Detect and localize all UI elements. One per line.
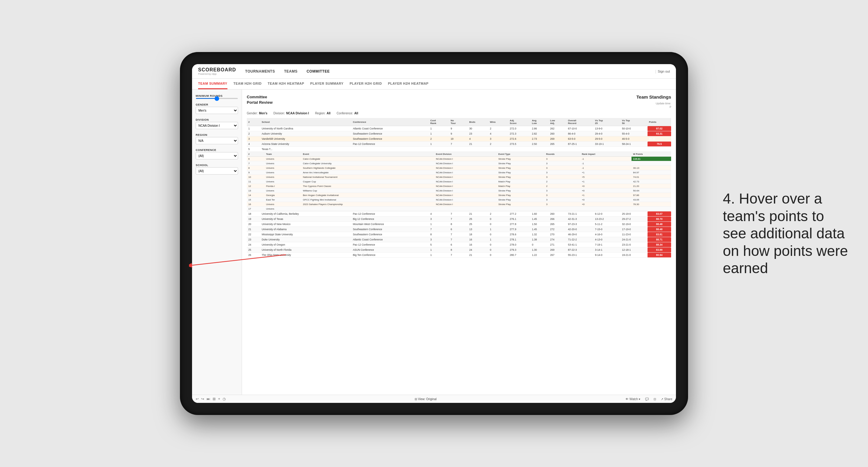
tab-player-h2h-grid[interactable]: PLAYER H2H GRID xyxy=(350,79,382,89)
min-rounds-slider[interactable] xyxy=(196,98,238,99)
tab-team-summary[interactable]: TEAM SUMMARY xyxy=(198,79,227,89)
table-row: 24 University of Oregon Pac-12 Conferenc… xyxy=(247,242,671,247)
table-row: 4 Arizona State University Pac-12 Confer… xyxy=(247,142,671,147)
sign-out-button[interactable]: Sign out xyxy=(658,69,670,73)
school-cell: Vanderbilt University xyxy=(260,136,351,142)
committee-title: CommitteePortal Review xyxy=(247,94,273,105)
tab-player-summary[interactable]: PLAYER SUMMARY xyxy=(310,79,344,89)
school-cell: University of North Carolina xyxy=(260,126,351,131)
points-cell[interactable]: 93.31 xyxy=(648,131,671,136)
division-filter-value: NCAA Division I xyxy=(286,112,309,115)
vs-top25-cell: 29-5-0 xyxy=(593,136,620,142)
nav-tournaments[interactable]: TOURNAMENTS xyxy=(245,68,275,75)
table-row: 23 Duke University Atlantic Coast Confer… xyxy=(247,237,671,242)
col-wins: Wins xyxy=(489,118,508,126)
undo-icon[interactable]: ↩ xyxy=(196,397,199,401)
expanded-events-table: # Team Event Event Division Event Type R… xyxy=(247,152,671,211)
tab-player-h2h-heatmap[interactable]: PLAYER H2H HEATMAP xyxy=(388,79,429,89)
tab-team-h2h-heatmap[interactable]: TEAM H2H HEATMAP xyxy=(268,79,304,89)
expand-icon: ⊡ xyxy=(654,398,656,401)
col-vs-top25: Vs Top25 xyxy=(593,118,620,126)
division-select[interactable]: NCAA Division I xyxy=(196,122,238,129)
table-header: # School Conference ConfRank NoTour Bnds… xyxy=(247,118,671,126)
col-no-tour: NoTour xyxy=(449,118,468,126)
overall-cell: 63-5-0 xyxy=(566,136,593,142)
school-cell: Arizona State University xyxy=(260,142,351,147)
col-vs-top50: Vs Top50 xyxy=(620,118,647,126)
points-cell[interactable]: 90.32 xyxy=(648,136,671,142)
inner-table-row: 17 Univers xyxy=(247,207,671,211)
vs-top50-cell: 55-4-0 xyxy=(620,131,647,136)
comment-icon: 💬 xyxy=(645,398,649,401)
inner-col-num: # xyxy=(247,152,265,157)
watch-button[interactable]: 👁 Watch ▾ xyxy=(625,398,640,401)
inner-col-event: Event xyxy=(301,152,434,157)
division-label: Division xyxy=(196,118,238,121)
region-label: Region xyxy=(196,133,238,136)
tablet-screen: SCOREBOARD Powered by clipp TOURNAMENTS … xyxy=(192,64,676,403)
tablet-device: SCOREBOARD Powered by clipp TOURNAMENTS … xyxy=(180,52,688,415)
rank-cell: 5 xyxy=(247,147,260,152)
inner-table-row: 10 Univers National Invitational Tournam… xyxy=(247,175,671,179)
inner-col-division: Event Division xyxy=(434,152,497,157)
table-row: 2 Auburn University Southeastern Confere… xyxy=(247,131,671,136)
conf-rank-cell: 1 xyxy=(429,131,449,136)
top-navigation: SCOREBOARD Powered by clipp TOURNAMENTS … xyxy=(192,64,676,79)
toolbar-left: ↩ ↪ ⏭ ⊞ + ◷ xyxy=(196,397,226,401)
conference-select[interactable]: (All) xyxy=(196,152,238,159)
tab-team-h2h-grid[interactable]: TEAM H2H GRID xyxy=(234,79,261,89)
conference-cell: Southeastern Conference xyxy=(351,136,429,142)
school-select[interactable]: (All) xyxy=(196,167,238,175)
redo-icon[interactable]: ↪ xyxy=(201,397,204,401)
no-tour-cell: 19 xyxy=(449,136,468,142)
expand-button[interactable]: ⊡ xyxy=(654,398,656,401)
wins-cell: 2 xyxy=(489,142,508,147)
bnds-cell: 21 xyxy=(468,142,489,147)
standings-table: # School Conference ConfRank NoTour Bnds… xyxy=(247,118,671,258)
col-low-adj: LowAdj. xyxy=(549,118,566,126)
points-cell[interactable]: 97.02 xyxy=(648,126,671,131)
inner-table-row: 7 Univers Calor-Collegiate University NC… xyxy=(247,161,671,166)
region-filter-value: All xyxy=(327,112,331,115)
timer-icon[interactable]: ◷ xyxy=(223,397,226,401)
main-content: Minimum Rounds Gender Men's Division NCA… xyxy=(192,90,676,395)
table-row: 3 Vanderbilt University Southeastern Con… xyxy=(247,136,671,142)
col-bnds: Bnds xyxy=(468,118,489,126)
view-original-button[interactable]: ⊟ View: Original xyxy=(415,398,437,401)
inner-table-row: 13 Univers Williams Cup NCAA Division I … xyxy=(247,188,671,193)
share-button[interactable]: ↗ Share xyxy=(661,398,672,401)
filter-bar: Gender: Men's Division: NCAA Division I … xyxy=(247,112,671,115)
nav-committee[interactable]: COMMITTEE xyxy=(307,68,330,75)
conference-cell: Pac-12 Conference xyxy=(351,142,429,147)
points-cell[interactable]: 79.5 xyxy=(648,142,671,147)
conference-cell: Southeastern Conference xyxy=(351,131,429,136)
standings-title: Team Standings xyxy=(636,94,671,99)
col-adj-score: Adj.Score xyxy=(508,118,530,126)
col-conference: Conference xyxy=(351,118,429,126)
add-icon[interactable]: + xyxy=(218,397,220,401)
table-row: 5 Texas T... xyxy=(247,147,671,152)
gender-label: Gender xyxy=(196,103,238,106)
annotation-container: 4. Hover over a team's points to see add… xyxy=(723,190,850,277)
overall-cell: 87-25-1 xyxy=(566,142,593,147)
region-select[interactable]: N/A xyxy=(196,137,238,144)
gender-filter-value: Men's xyxy=(259,112,267,115)
col-overall: OverallRecord xyxy=(566,118,593,126)
inner-table-row: 9 Univers Amer Arc Intercollegiate NCAA … xyxy=(247,170,671,175)
vs-top25-cell: 33-19-1 xyxy=(593,142,620,147)
gender-section: Gender Men's xyxy=(196,103,238,114)
table-row: 20 University of New Mexico Mountain Wes… xyxy=(247,222,671,227)
adj-score-cell: 272.3 xyxy=(508,131,530,136)
gender-select[interactable]: Men's xyxy=(196,107,238,114)
view-icon: ⊟ xyxy=(415,398,417,401)
nav-teams[interactable]: TEAMS xyxy=(284,68,298,75)
inner-table-row: 16 Univers 2023 Sahalee Players Champion… xyxy=(247,202,671,207)
crop-icon[interactable]: ⊞ xyxy=(213,397,216,401)
logo-area: SCOREBOARD Powered by clipp xyxy=(198,67,236,75)
comment-button[interactable]: 💬 xyxy=(645,398,649,401)
vs-top25-cell: 13-9-0 xyxy=(593,126,620,131)
inner-col-rounds: Rounds xyxy=(545,152,580,157)
skip-icon[interactable]: ⏭ xyxy=(207,397,210,401)
table-row: 18 University of California, Berkeley Pa… xyxy=(247,211,671,217)
no-tour-cell: 7 xyxy=(449,142,468,147)
